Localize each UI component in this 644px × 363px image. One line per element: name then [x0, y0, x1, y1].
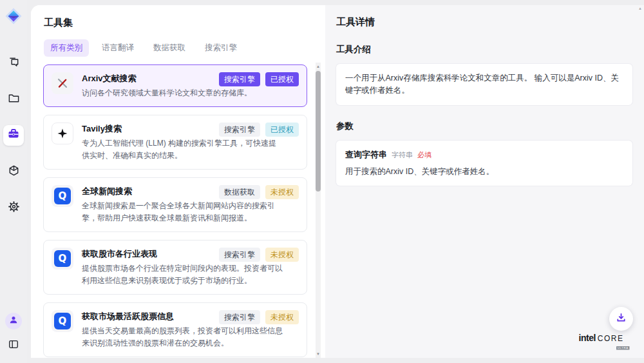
sidebar-toggle-icon: [8, 338, 19, 353]
auth-status-badge: 已授权: [265, 123, 299, 137]
app-logo-icon: [5, 8, 22, 25]
sidebar-item-packages[interactable]: [3, 161, 24, 182]
category-badge: 搜索引擎: [219, 310, 260, 324]
tools-scroll-viewport: Arxiv文献搜索 访问各个研究领域大量科学论文和文章的存储库。 搜索引擎 已授…: [31, 63, 325, 358]
intro-text: 一个用于从Arxiv存储库搜索科学论文和文章的工具。 输入可以是Arxiv ID…: [345, 72, 623, 97]
param-required-flag: 必填: [417, 150, 431, 160]
sidebar-item-toolbox[interactable]: [3, 125, 24, 146]
user-icon: [9, 315, 18, 327]
cube-icon: [8, 164, 20, 179]
tab-all-categories[interactable]: 所有类别: [44, 39, 89, 57]
detail-title: 工具详情: [336, 16, 632, 28]
detail-scrollbar-hint: ▲: [638, 6, 642, 10]
auth-status-badge: 已授权: [265, 72, 299, 86]
category-badge: 搜索引擎: [219, 72, 260, 86]
intro-card: 一个用于从Arxiv存储库搜索科学论文和文章的工具。 输入可以是Arxiv ID…: [336, 64, 632, 105]
tool-description: 专为人工智能代理 (LLM) 构建的搜索引擎工具，可快速提供实时、准确和真实的结…: [82, 137, 283, 162]
tool-description: 提供股票市场各个行业在特定时间段内的表现。投资者可以利用这些信息来识别表现优于或…: [82, 262, 283, 287]
scrollbar-thumb[interactable]: [316, 71, 321, 191]
arxiv-x-icon: [52, 72, 73, 94]
scrollbar-down-arrow[interactable]: ▼: [316, 351, 321, 357]
tool-description: 全球新闻搜索是一个聚合全球各大新闻网站内容的搜索引擎，帮助用户快速获取全球最新资…: [82, 200, 283, 224]
tool-detail-pane: ▲ 工具详情 工具介绍 一个用于从Arxiv存储库搜索科学论文和文章的工具。 输…: [325, 5, 644, 358]
auth-status-badge: 未授权: [265, 185, 299, 199]
parameter-card: 查询字符串 字符串 必填 用于搜索的Arxiv ID、关键字或作者姓名。: [336, 141, 632, 186]
sidebar-item-files[interactable]: [3, 89, 24, 110]
tool-card-sector-performance[interactable]: Q 获取股市各行业表现 提供股票市场各个行业在特定时间段内的表现。投资者可以利用…: [43, 240, 307, 295]
param-name: 查询字符串: [345, 149, 387, 161]
params-heading: 参数: [336, 121, 632, 132]
download-button[interactable]: [609, 307, 633, 331]
intro-heading: 工具介绍: [336, 44, 632, 55]
sidebar-item-chat[interactable]: [3, 53, 24, 74]
auth-status-badge: 未授权: [265, 310, 299, 324]
tab-data-fetch[interactable]: 数据获取: [147, 39, 192, 57]
tool-card-most-active-stocks[interactable]: Q 获取市场最活跃股票信息 提供当天交易量最高的股票列表，投资者可以利用这些信息…: [43, 302, 307, 357]
tab-search-engine[interactable]: 搜索引擎: [198, 39, 243, 57]
left-rail: [0, 0, 27, 363]
tool-description: 提供当天交易量最高的股票列表，投资者可以利用这些信息来识别流动性强的股票和潜在的…: [82, 325, 283, 349]
toolbox-icon: [7, 128, 20, 143]
auth-status-badge: 未授权: [265, 248, 299, 262]
param-type: 字符串: [392, 150, 413, 160]
q-blue-icon: Q: [52, 310, 73, 332]
folder-icon: [8, 92, 20, 107]
param-description: 用于搜索的Arxiv ID、关键字或作者姓名。: [345, 166, 623, 177]
gear-icon: [8, 201, 20, 215]
category-tabs: 所有类别 语言翻译 数据获取 搜索引擎: [44, 39, 312, 57]
page-title: 工具集: [44, 17, 312, 29]
chat-icon: [8, 56, 20, 71]
list-scrollbar: ▲ ▼: [316, 63, 321, 358]
tab-language-translation[interactable]: 语言翻译: [95, 39, 140, 57]
tool-card-tavily[interactable]: Tavily搜索 专为人工智能代理 (LLM) 构建的搜索引擎工具，可快速提供实…: [43, 115, 307, 170]
category-badge: 搜索引擎: [219, 248, 260, 262]
category-badge: 数据获取: [219, 185, 260, 199]
tools-list-pane: 工具集 所有类别 语言翻译 数据获取 搜索引擎: [31, 5, 325, 358]
scrollbar-up-arrow[interactable]: ▲: [316, 63, 321, 70]
tool-description: 访问各个研究领域大量科学论文和文章的存储库。: [82, 87, 283, 99]
main-window: 工具集 所有类别 语言翻译 数据获取 搜索引擎: [31, 5, 644, 358]
intel-wordmark: intel: [579, 333, 596, 342]
sidebar-item-settings[interactable]: [3, 197, 24, 218]
category-badge: 搜索引擎: [219, 123, 260, 137]
user-avatar[interactable]: [5, 313, 22, 329]
tool-card-arxiv[interactable]: Arxiv文献搜索 访问各个研究领域大量科学论文和文章的存储库。 搜索引擎 已授…: [43, 64, 307, 107]
tool-card-global-news[interactable]: Q 全球新闻搜索 全球新闻搜索是一个聚合全球各大新闻网站内容的搜索引擎，帮助用户…: [43, 177, 307, 232]
core-wordmark: CORE: [598, 335, 624, 342]
ultra-badge: ULTRA: [616, 346, 630, 350]
sidebar-toggle-button[interactable]: [5, 337, 22, 354]
q-blue-icon: Q: [52, 185, 73, 207]
app-screen: 工具集 所有类别 语言翻译 数据获取 搜索引擎: [0, 0, 644, 363]
intel-core-logo: intel CORE ULTRA: [579, 333, 638, 353]
tavily-star-icon: [52, 123, 73, 144]
q-blue-icon: Q: [52, 248, 73, 270]
download-icon: [616, 312, 627, 326]
